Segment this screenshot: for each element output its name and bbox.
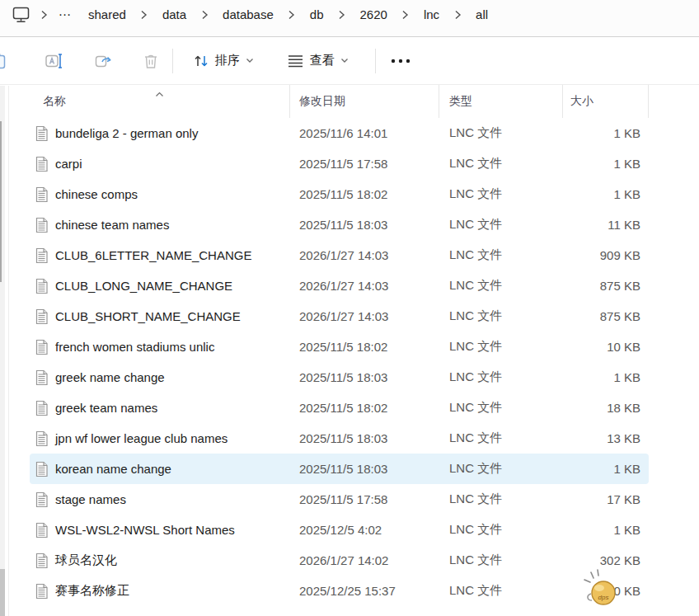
file-size: 1 KB — [563, 157, 649, 171]
table-row[interactable]: carpi 2025/11/5 17:58 LNC 文件 1 KB — [30, 148, 649, 179]
see-more-button[interactable] — [384, 45, 417, 78]
nav-pane-scrollbar[interactable] — [0, 121, 2, 282]
table-row[interactable]: 球员名汉化 2026/1/27 14:02 LNC 文件 302 KB — [30, 545, 649, 576]
copy-button[interactable] — [0, 45, 23, 78]
toolbar-divider — [375, 49, 376, 73]
column-header-type[interactable]: 类型 — [439, 85, 563, 118]
monitor-icon-svg — [12, 6, 30, 24]
file-name: CLUB_SHORT_NAME_CHANGE — [55, 309, 241, 323]
table-row[interactable]: korean name change 2025/11/5 18:03 LNC 文… — [30, 454, 649, 484]
file-date-modified: 2025/12/25 15:37 — [290, 584, 439, 598]
table-row[interactable]: CLUB_SHORT_NAME_CHANGE 2026/1/27 14:03 L… — [30, 301, 649, 332]
file-date-modified: 2025/11/5 17:58 — [290, 157, 439, 171]
column-header-row: 名称 修改日期 类型 大小 — [30, 85, 699, 118]
file-date-modified: 2025/11/5 18:02 — [290, 340, 439, 354]
file-name: greek name change — [55, 370, 165, 384]
file-name: WSL-WSL2-NWSL Short Names — [55, 523, 235, 537]
table-row[interactable]: bundeliga 2 - german only 2025/11/6 14:0… — [30, 118, 649, 148]
file-type: LNC 文件 — [439, 553, 563, 568]
file-date-modified: 2025/11/5 18:03 — [290, 431, 439, 445]
chevron-right-icon — [398, 10, 413, 20]
file-date-modified: 2026/1/27 14:03 — [290, 279, 439, 293]
file-size: 17 KB — [563, 492, 649, 506]
file-date-modified: 2026/1/27 14:03 — [290, 309, 439, 323]
breadcrumb-item-2620[interactable]: 2620 — [351, 4, 396, 25]
file-type: LNC 文件 — [439, 278, 563, 294]
share-icon — [94, 52, 114, 70]
chevron-down-icon — [246, 58, 254, 63]
file-size: 1 KB — [563, 462, 649, 476]
file-date-modified: 2025/12/5 4:02 — [290, 523, 439, 537]
breadcrumb-item-all[interactable]: all — [467, 4, 497, 25]
file-size: 875 KB — [563, 279, 649, 293]
table-row[interactable]: jpn wf lower league club names 2025/11/5… — [30, 423, 649, 454]
command-toolbar: 排序 查看 — [0, 37, 699, 85]
table-row[interactable]: WSL-WSL2-NWSL Short Names 2025/12/5 4:02… — [30, 515, 649, 545]
table-row[interactable]: chinese comps 2025/11/5 18:02 LNC 文件 1 K… — [30, 179, 649, 209]
document-icon — [35, 522, 49, 538]
file-size: 302 KB — [563, 553, 649, 567]
breadcrumb-item-lnc[interactable]: lnc — [415, 4, 448, 25]
document-icon — [35, 369, 49, 386]
file-name: carpi — [55, 157, 82, 171]
document-icon — [35, 491, 49, 508]
file-type: LNC 文件 — [439, 369, 563, 385]
file-size: 11 KB — [563, 218, 649, 232]
file-date-modified: 2025/11/5 18:03 — [290, 462, 439, 476]
share-button[interactable] — [84, 45, 124, 78]
file-type: LNC 文件 — [439, 430, 563, 446]
table-row[interactable]: CLUB_6LETTER_NAME_CHANGE 2026/1/27 14:03… — [30, 240, 649, 270]
breadcrumb-item-db[interactable]: db — [301, 4, 333, 25]
table-row[interactable]: CLUB_LONG_NAME_CHANGE 2026/1/27 14:03 LN… — [30, 270, 649, 301]
file-date-modified: 2025/11/6 14:01 — [290, 126, 439, 140]
table-row[interactable]: 赛事名称修正 2025/12/25 15:37 LNC 文件 20 KB — [30, 576, 649, 606]
view-button[interactable]: 查看 — [280, 45, 355, 78]
file-name: CLUB_6LETTER_NAME_CHANGE — [55, 248, 251, 262]
monitor-icon[interactable] — [7, 3, 35, 26]
chevron-right-icon — [36, 10, 51, 20]
rename-button[interactable] — [35, 45, 74, 78]
file-list: bundeliga 2 - german only 2025/11/6 14:0… — [30, 118, 699, 606]
file-name: korean name change — [55, 462, 171, 476]
delete-button[interactable] — [131, 45, 171, 78]
file-type: LNC 文件 — [439, 247, 563, 263]
file-size: 1 KB — [563, 187, 649, 201]
breadcrumb-overflow-button[interactable]: … — [53, 4, 77, 26]
breadcrumb-item-shared[interactable]: shared — [79, 4, 135, 25]
chevron-right-icon — [284, 10, 299, 20]
file-size: 13 KB — [563, 431, 649, 445]
breadcrumb-item-database[interactable]: database — [213, 4, 283, 25]
file-date-modified: 2025/11/5 18:03 — [290, 218, 439, 232]
trash-icon — [142, 52, 160, 70]
file-date-modified: 2025/11/5 18:02 — [290, 187, 439, 201]
file-date-modified: 2025/11/5 18:03 — [290, 370, 439, 384]
table-row[interactable]: greek name change 2025/11/5 18:03 LNC 文件… — [30, 362, 649, 393]
column-header-date-modified[interactable]: 修改日期 — [290, 85, 439, 118]
table-row[interactable]: french women stadiums unlic 2025/11/5 18… — [30, 332, 649, 362]
sort-button[interactable]: 排序 — [186, 45, 260, 78]
file-name: jpn wf lower league club names — [55, 431, 228, 445]
ellipsis-icon — [390, 59, 411, 63]
file-name: bundeliga 2 - german only — [55, 126, 198, 140]
file-name: 球员名汉化 — [55, 553, 117, 568]
chevron-right-icon — [197, 10, 212, 20]
file-explorer-window: … shareddatadatabasedb2620lncall — [0, 0, 699, 616]
document-icon — [35, 217, 49, 233]
view-lines-icon — [287, 54, 304, 68]
document-icon — [35, 461, 49, 477]
file-type: LNC 文件 — [439, 186, 563, 202]
file-name: 赛事名称修正 — [55, 583, 129, 599]
file-name: french women stadiums unlic — [55, 340, 214, 354]
document-icon — [35, 247, 49, 264]
breadcrumb-item-data[interactable]: data — [153, 4, 195, 25]
file-size: 10 KB — [563, 340, 649, 354]
column-header-size[interactable]: 大小 — [563, 85, 649, 118]
nav-pane-edge-bottom — [0, 569, 5, 616]
chevron-right-icon — [137, 10, 152, 20]
table-row[interactable]: stage names 2025/11/5 17:58 LNC 文件 17 KB — [30, 484, 649, 515]
table-row[interactable]: chinese team names 2025/11/5 18:03 LNC 文… — [30, 209, 649, 240]
document-icon — [35, 339, 49, 355]
table-row[interactable]: greek team names 2025/11/5 18:02 LNC 文件 … — [30, 393, 649, 423]
file-type: LNC 文件 — [439, 583, 563, 599]
document-icon — [35, 278, 49, 294]
